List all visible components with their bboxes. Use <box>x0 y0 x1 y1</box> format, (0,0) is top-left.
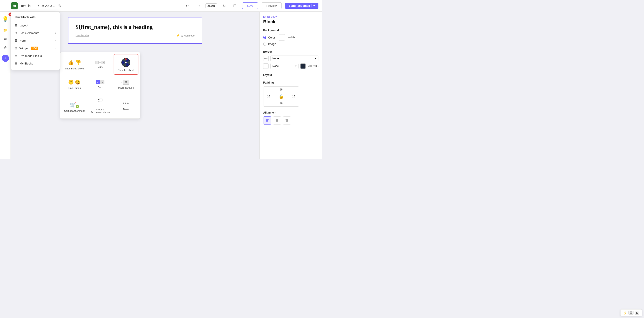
carousel-label: Image carousel <box>118 86 134 89</box>
widget-quiz[interactable]: ✓ ✗ Quiz <box>88 75 112 92</box>
premade-icon: ▤ <box>14 54 18 58</box>
shopify-badge: S <box>76 105 78 108</box>
right-panel: Email Body Block Background Color #white… <box>260 12 322 159</box>
padding-grid: 🔒 <box>263 86 299 107</box>
email-block[interactable]: ${first_name}, this is a heading Unsubsc… <box>68 17 202 44</box>
sidebar-add-button[interactable]: + <box>2 55 9 62</box>
undo-button[interactable]: ↩ <box>184 2 191 10</box>
color-value: #white <box>288 36 296 39</box>
color-preview[interactable] <box>278 34 285 41</box>
emoji-icon: 🙂 😄 <box>68 80 81 85</box>
send-test-email-button[interactable]: Send test email ▾ <box>285 3 318 9</box>
sidebar-copy-icon[interactable]: ⧉ <box>1 35 10 43</box>
sidebar-folder-icon[interactable]: 📁 <box>1 26 10 34</box>
padding-label: Padding <box>263 81 318 84</box>
layout-label: Layout <box>20 24 28 27</box>
widget-thumbs[interactable]: 👍 👎 Thumbs up-down <box>62 54 87 75</box>
edit-title-icon[interactable]: ✎ <box>58 4 61 8</box>
widget-label: Widget <box>20 47 28 50</box>
share-button[interactable]: ⎙ <box>221 2 228 10</box>
color-radio-label: Color <box>268 36 275 39</box>
border-label: Border <box>263 50 318 53</box>
thumbs-label: Thumbs up-down <box>65 67 84 70</box>
padding-right-input[interactable] <box>290 95 297 98</box>
redo-button[interactable]: ↪ <box>195 2 202 10</box>
color-radio[interactable] <box>263 36 266 39</box>
send-caret-icon[interactable]: ▾ <box>311 4 315 8</box>
padding-top-input[interactable] <box>278 88 284 91</box>
panel-title: Block <box>263 19 318 24</box>
widget-arrow: › <box>55 47 56 50</box>
cart-shopify-icon: 🛒 <box>70 102 76 108</box>
layout-label: Layout <box>263 73 318 77</box>
spin-label: Spin the wheel <box>118 69 134 71</box>
widget-carousel[interactable]: ‹ 🖼 › Image carousel <box>114 75 138 92</box>
alignment-label: Alignment <box>263 111 318 114</box>
document-title: Template - 15-06-2023 ... <box>20 4 56 8</box>
widget-more[interactable]: ••• More <box>114 93 138 117</box>
align-right-button[interactable] <box>283 116 291 124</box>
dropdown-item-premade[interactable]: ▤ Pre-made Blocks <box>11 52 60 60</box>
border-color-row: None ▾ #1E293B <box>263 63 318 69</box>
image-radio-label: Image <box>268 42 276 46</box>
align-left-button[interactable] <box>263 116 271 124</box>
image-radio-row: Image <box>263 42 318 46</box>
carousel-right-arrow: › <box>130 81 130 84</box>
widget-emoji[interactable]: 🙂 😄 Emoji rating <box>62 75 87 92</box>
premade-label: Pre-made Blocks <box>20 54 42 58</box>
border-width-caret: ▾ <box>295 65 296 68</box>
breadcrumb[interactable]: Email Body <box>263 15 318 18</box>
border-width-select[interactable]: None ▾ <box>270 63 298 69</box>
info-button[interactable]: ⊟ <box>232 2 238 10</box>
image-radio[interactable] <box>263 43 266 46</box>
border-color-swatch[interactable] <box>300 63 306 69</box>
save-button[interactable]: Save <box>242 3 258 9</box>
left-sidebar: 💡 0 📁 ⧉ 🗑 + <box>0 12 11 159</box>
dropdown-item-myblocks[interactable]: ▤ My Blocks <box>11 60 60 67</box>
dropdown-item-widget[interactable]: ⊞ Widget NEW › <box>11 44 60 52</box>
spin-wheel-center <box>125 62 127 63</box>
email-footer: Unsubscribe ⚡ by Mailmodo <box>76 34 194 37</box>
sidebar-trash-icon[interactable]: 🗑 <box>1 44 10 52</box>
more-icon: ••• <box>123 100 129 106</box>
padding-bottom-input[interactable] <box>278 102 284 105</box>
dropdown-item-basic[interactable]: ⊙ Basic elements › <box>11 29 60 37</box>
main-content: 💡 0 📁 ⧉ 🗑 + New block with ⊞ Layout › ⊙ … <box>0 12 322 159</box>
layout-section: Layout <box>263 73 318 77</box>
widget-spin[interactable]: Spin the wheel <box>114 54 138 75</box>
quiz-label: Quiz <box>98 86 103 89</box>
border-section: Border None ▾ None ▾ #1E293B <box>263 50 318 69</box>
dropdown-item-layout[interactable]: ⊞ Layout › <box>11 22 60 29</box>
widget-product[interactable]: 🏷 Product Recommendation <box>88 93 112 117</box>
widget-nps[interactable]: 1 — 10 NPS <box>88 54 112 75</box>
alignment-section: Alignment <box>263 111 318 124</box>
form-label: Form <box>20 39 26 42</box>
emoji-label: Emoji rating <box>68 87 81 89</box>
nps-label: NPS <box>98 66 103 69</box>
align-center-button[interactable] <box>273 116 281 124</box>
background-label: Background <box>263 29 318 32</box>
widget-cart[interactable]: 🛒 S Cart abandonment <box>62 93 87 117</box>
back-button[interactable]: ← <box>4 3 8 8</box>
myblocks-icon: ▤ <box>14 62 18 65</box>
product-label: Product Recommendation <box>90 108 110 113</box>
more-label: More <box>123 108 129 111</box>
lightning-icon: ⚡ <box>177 34 180 37</box>
layout-arrow: › <box>55 24 56 27</box>
padding-lock-icon[interactable]: 🔒 <box>278 94 284 99</box>
mailmodo-credit: ⚡ by Mailmodo <box>177 34 194 37</box>
preview-button[interactable]: Preview <box>262 3 281 9</box>
nps-icon: 1 — 10 <box>96 61 105 64</box>
border-style-icon <box>263 56 268 61</box>
nps-box-1: 1 <box>96 61 98 64</box>
unsubscribe-link[interactable]: Unsubscribe <box>76 34 89 37</box>
notification-wrapper: 💡 0 <box>0 14 11 25</box>
padding-left-input[interactable] <box>265 95 272 98</box>
dropdown-item-form[interactable]: ☰ Form › <box>11 37 60 44</box>
border-style-select[interactable]: None ▾ <box>270 56 318 61</box>
app-logo: m <box>11 2 18 10</box>
json-button[interactable]: JSON <box>206 3 217 8</box>
dropdown-header: New block with <box>11 15 60 22</box>
new-block-menu: New block with ⊞ Layout › ⊙ Basic elemen… <box>11 12 60 70</box>
widget-panel: 👍 👎 Thumbs up-down 1 — 10 NPS Spin the w… <box>60 52 140 119</box>
